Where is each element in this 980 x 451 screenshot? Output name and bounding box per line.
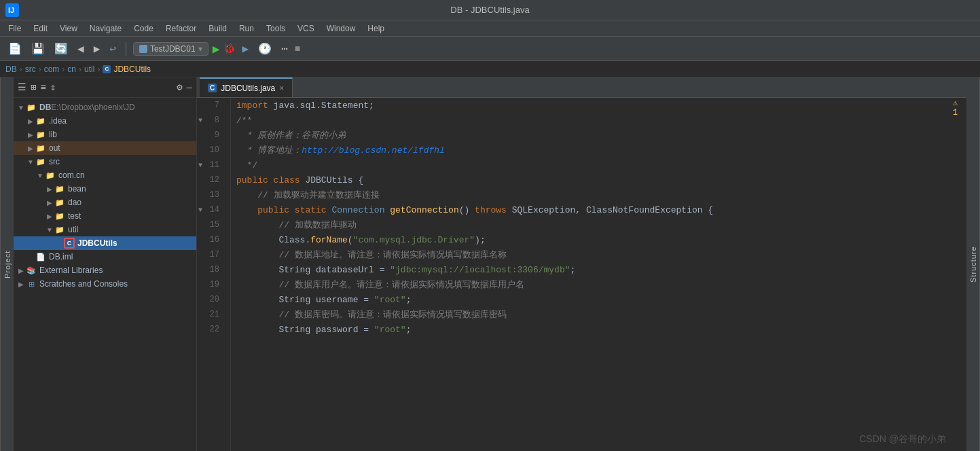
breadcrumb-cn[interactable]: cn bbox=[67, 65, 76, 74]
menu-bar: File Edit View Navigate Code Refactor Bu… bbox=[0, 20, 980, 37]
tree-label-com-cn: com.cn bbox=[58, 170, 85, 180]
tree-item-idea[interactable]: ▶ 📁 .idea bbox=[14, 114, 196, 128]
sidebar-settings[interactable]: ⚙ bbox=[177, 82, 182, 93]
menu-code[interactable]: Code bbox=[128, 22, 159, 35]
menu-file[interactable]: File bbox=[3, 22, 26, 35]
tree-item-db[interactable]: ▼ 📁 DB E:\Dropbox\phoenix\JD bbox=[14, 101, 196, 114]
tree-label-dao: dao bbox=[68, 198, 81, 207]
fold-arrow-11[interactable]: ▼ bbox=[198, 162, 202, 169]
more-run-btn[interactable]: ⋯ bbox=[278, 41, 291, 57]
code-line-15: // 加载数据库驱动 bbox=[236, 217, 947, 232]
str-16: "com.mysql.jdbc.Driver" bbox=[353, 235, 475, 245]
toolbar-sync-btn[interactable]: 🔄 bbox=[52, 41, 71, 57]
sidebar-close[interactable]: — bbox=[187, 82, 192, 93]
run-button[interactable]: ▶ bbox=[213, 41, 220, 56]
tree-item-jdbcutils[interactable]: C JDBCUtils bbox=[14, 236, 196, 250]
comment-17: // 数据库地址。请注意：请依据实际情况填写数据库名称 bbox=[236, 249, 507, 261]
toolbar-undo-btn[interactable]: ↩ bbox=[107, 41, 119, 57]
tree-item-src[interactable]: ▼ 📁 src bbox=[14, 155, 196, 168]
tree-arrow-test: ▶ bbox=[45, 213, 54, 220]
breadcrumb-src[interactable]: src bbox=[25, 65, 36, 74]
breadcrumb-db[interactable]: DB bbox=[5, 65, 17, 74]
project-panel-tab[interactable]: Project bbox=[0, 77, 14, 451]
line-num-19: 19 bbox=[197, 277, 225, 292]
code-line-8: /** bbox=[236, 113, 947, 128]
sidebar-collapse-all[interactable]: ≡ bbox=[40, 82, 46, 93]
kw-public-14: public bbox=[257, 205, 295, 215]
menu-view[interactable]: View bbox=[54, 22, 83, 35]
folder-icon-bean: 📁 bbox=[54, 183, 65, 194]
toolbar-save-btn[interactable]: 💾 bbox=[29, 41, 48, 57]
fold-arrow-14[interactable]: ▼ bbox=[198, 206, 202, 214]
tree-item-db-iml[interactable]: 📄 DB.iml bbox=[14, 250, 196, 264]
menu-run[interactable]: Run bbox=[234, 22, 259, 35]
tree-item-com-cn[interactable]: ▼ 📁 com.cn bbox=[14, 168, 196, 182]
run-config-icon bbox=[139, 45, 147, 53]
tree-arrow-bean: ▶ bbox=[45, 185, 54, 193]
line-num-21: 21 bbox=[197, 307, 225, 322]
toolbar-back-btn[interactable]: ◀ bbox=[75, 41, 87, 57]
coverage-button[interactable]: ▶ bbox=[239, 41, 251, 57]
menu-help[interactable]: Help bbox=[362, 22, 390, 35]
menu-edit[interactable]: Edit bbox=[28, 22, 53, 35]
menu-window[interactable]: Window bbox=[321, 22, 361, 35]
tab-close-jdbcutils[interactable]: × bbox=[279, 84, 284, 93]
code-line-13: // 加载驱动并建立数据库连接 bbox=[236, 187, 947, 202]
str-22: "root" bbox=[374, 325, 406, 335]
toolbar-forward-btn[interactable]: ▶ bbox=[91, 41, 103, 57]
tree-item-dao[interactable]: ▶ 📁 dao bbox=[14, 196, 196, 209]
breadcrumb-com[interactable]: com bbox=[44, 65, 60, 74]
tree-item-ext-libs[interactable]: ▶ 📚 External Libraries bbox=[14, 264, 196, 277]
method-16: forName bbox=[310, 235, 348, 245]
line-num-13: 13 bbox=[197, 187, 225, 202]
breadcrumb: DB › src › com › cn › util › C JDBCUtils bbox=[0, 61, 980, 77]
breadcrumb-util[interactable]: util bbox=[84, 65, 94, 74]
comment-15: // 加载数据库驱动 bbox=[236, 219, 357, 231]
comment-21: // 数据库密码。请注意：请依据实际情况填写数据库密码 bbox=[236, 308, 507, 321]
stop-button[interactable]: ■ bbox=[295, 43, 300, 54]
menu-tools[interactable]: Tools bbox=[261, 22, 291, 35]
code-line-20: String username = "root"; bbox=[236, 292, 947, 307]
folder-icon-db: 📁 bbox=[26, 102, 37, 113]
sidebar-view-toggle[interactable]: ☰ bbox=[18, 82, 26, 93]
code-line-12: public class JDBCUtils { bbox=[236, 173, 947, 187]
code-content[interactable]: import java.sql.Statement; /** * 原创作者：谷哥… bbox=[231, 98, 953, 451]
str-18: "jdbc:mysql://localhost:3306/mydb" bbox=[390, 265, 570, 275]
tree-item-lib[interactable]: ▶ 📁 lib bbox=[14, 128, 196, 141]
run-config-selector[interactable]: TestJDBC01 ▾ bbox=[133, 42, 208, 56]
tree-label-db: DB bbox=[39, 103, 51, 112]
sidebar-expand-all[interactable]: ⊞ bbox=[31, 82, 36, 93]
tab-jdbcutils[interactable]: C JDBCUtils.java × bbox=[200, 77, 293, 97]
code-line-11: */ bbox=[236, 158, 947, 173]
line-num-12: 12 bbox=[197, 173, 225, 187]
sidebar-toolbar: ☰ ⊞ ≡ ⇕ ⚙ — bbox=[14, 77, 196, 98]
sidebar-scroll-to-editor[interactable]: ⇕ bbox=[50, 82, 56, 93]
structure-panel-tab[interactable]: Structure bbox=[966, 77, 980, 451]
tree-item-util[interactable]: ▼ 📁 util bbox=[14, 223, 196, 236]
tree-label-src: src bbox=[49, 157, 60, 166]
code-line-16: Class.forName("com.mysql.jdbc.Driver"); bbox=[236, 232, 947, 247]
debug-button[interactable]: 🐞 bbox=[223, 43, 235, 54]
str-20: "root" bbox=[374, 295, 406, 305]
toolbar-new-btn[interactable]: 📄 bbox=[5, 41, 24, 57]
toolbar: 📄 💾 🔄 ◀ ▶ ↩ TestJDBC01 ▾ ▶ 🐞 ▶ 🕐 ⋯ ■ bbox=[0, 37, 980, 61]
breadcrumb-sep1: › bbox=[20, 65, 22, 74]
tree-item-test[interactable]: ▶ 📁 test bbox=[14, 209, 196, 223]
tree-item-out[interactable]: ▶ 📁 out bbox=[14, 141, 196, 155]
menu-vcs[interactable]: VCS bbox=[292, 22, 320, 35]
profile-button[interactable]: 🕐 bbox=[255, 41, 274, 57]
tree-arrow-dao: ▶ bbox=[45, 199, 54, 206]
comment-9: * 原创作者：谷哥的小弟 bbox=[236, 129, 346, 141]
menu-navigate[interactable]: Navigate bbox=[84, 22, 127, 35]
comment-8: /** bbox=[236, 115, 252, 126]
fold-arrow-8[interactable]: ▼ bbox=[198, 117, 202, 124]
editor-tabs: C JDBCUtils.java × bbox=[197, 77, 966, 98]
tree-item-bean[interactable]: ▶ 📁 bean bbox=[14, 182, 196, 196]
line-num-15: 15 bbox=[197, 217, 225, 232]
menu-build[interactable]: Build bbox=[203, 22, 232, 35]
menu-refactor[interactable]: Refactor bbox=[160, 22, 202, 35]
tree-label-test: test bbox=[68, 211, 81, 221]
tree-arrow-scratches: ▶ bbox=[16, 281, 26, 288]
tree-item-scratches[interactable]: ▶ ⊞ Scratches and Consoles bbox=[14, 277, 196, 291]
line-num-17: 17 bbox=[197, 247, 225, 262]
